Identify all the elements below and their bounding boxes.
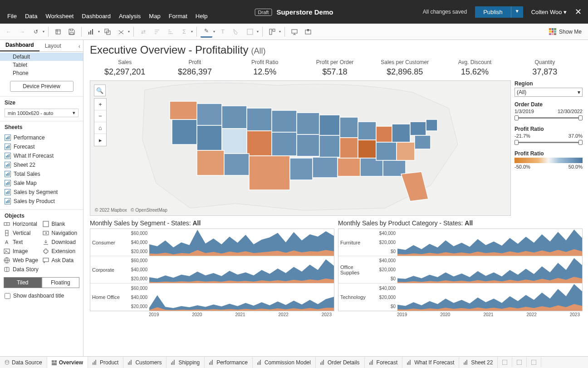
device-phone[interactable]: Phone <box>0 69 83 77</box>
save-button[interactable] <box>66 26 78 38</box>
object-text[interactable]: AText <box>4 239 41 245</box>
map-zoom-out[interactable]: − <box>94 110 106 122</box>
order-date-slider[interactable] <box>514 115 583 121</box>
show-title-label: Show dashboard title <box>13 293 64 299</box>
collapse-panel[interactable]: ‹ <box>76 41 83 51</box>
object-web-page[interactable]: Web Page <box>4 257 41 264</box>
undo-button[interactable]: ← <box>3 26 15 38</box>
map-pan[interactable]: ▸ <box>94 134 106 146</box>
new-worksheet-button[interactable] <box>85 26 97 38</box>
menu-file[interactable]: File <box>4 11 20 21</box>
tab-overview[interactable]: Overview <box>47 356 88 368</box>
kpi-card: Profit Ratio12.5% <box>230 59 300 77</box>
sheet-item[interactable]: Sales by Segment <box>0 188 83 197</box>
publish-dropdown[interactable]: ▼ <box>511 6 523 18</box>
clear-button[interactable] <box>115 26 127 38</box>
size-select[interactable]: min 1000x620 - auto▾ <box>5 109 78 117</box>
tab-product[interactable]: Product <box>88 357 123 368</box>
sheet-item[interactable]: Sales by Product <box>0 197 83 206</box>
sheet-item[interactable]: Forecast <box>0 142 83 151</box>
map-search-icon[interactable]: 🔍 <box>94 85 106 96</box>
show-me-button[interactable]: Show Me <box>549 28 585 35</box>
object-navigation[interactable]: Navigation <box>43 230 80 236</box>
sheet-item[interactable]: What If Forecast <box>0 151 83 160</box>
sheet-item[interactable]: Total Sales <box>0 169 83 179</box>
tiled-button[interactable]: Tiled <box>4 277 42 288</box>
side-panel: Dashboard Layout ‹ Default Tablet Phone … <box>0 40 83 356</box>
tab-performance[interactable]: Performance <box>205 357 253 368</box>
totals-button[interactable]: Σ <box>178 26 190 38</box>
sheet-item[interactable]: Sheet 22 <box>0 160 83 169</box>
presentation-button[interactable] <box>289 26 300 38</box>
new-worksheet-tab[interactable] <box>498 358 512 367</box>
show-title-checkbox[interactable] <box>5 293 10 299</box>
show-cards-button[interactable] <box>266 26 278 38</box>
svg-rect-70 <box>360 158 383 176</box>
device-default[interactable]: Default <box>0 53 83 61</box>
tab-data-source[interactable]: Data Source <box>0 357 47 368</box>
region-select[interactable]: (All)▾ <box>514 88 583 97</box>
label-button[interactable] <box>230 26 242 38</box>
svg-rect-23 <box>7 173 8 176</box>
menu-format[interactable]: Format <box>165 11 191 21</box>
sheet-item[interactable]: Performance <box>0 133 83 142</box>
menu-dashboard[interactable]: Dashboard <box>78 11 114 21</box>
svg-rect-76 <box>410 122 426 135</box>
sheet-icon <box>5 180 11 186</box>
fit-button[interactable] <box>244 26 256 38</box>
object-extension[interactable]: Extension <box>43 248 80 254</box>
sort-asc-button[interactable] <box>151 26 163 38</box>
highlight-button[interactable]: ✎ <box>201 26 212 38</box>
tab-shipping[interactable]: Shipping <box>167 357 205 368</box>
share-button[interactable] <box>302 26 314 38</box>
new-dashboard-tab[interactable] <box>512 358 527 367</box>
device-preview-button[interactable]: Device Preview <box>10 81 74 92</box>
svg-rect-115 <box>372 360 373 365</box>
tab-forecast[interactable]: Forecast <box>365 357 403 368</box>
tab-commission-model[interactable]: Commission Model <box>253 357 316 368</box>
svg-rect-59 <box>290 158 313 180</box>
publish-button[interactable]: Publish <box>475 6 511 18</box>
map-view[interactable]: 🔍 + − ⌂ ▸ <box>90 80 511 216</box>
object-blank[interactable]: Blank <box>43 221 80 227</box>
tab-what-if-forecast[interactable]: What If Forecast <box>402 357 459 368</box>
swap-button[interactable]: ⇄ <box>137 26 149 38</box>
tab-dashboard[interactable]: Dashboard <box>0 40 39 51</box>
object-vertical[interactable]: Vertical <box>4 230 41 236</box>
revert-button[interactable]: ↺ <box>30 26 42 38</box>
floating-button[interactable]: Floating <box>42 277 80 288</box>
redo-button[interactable]: → <box>16 26 28 38</box>
svg-rect-62 <box>319 115 340 135</box>
menu-analysis[interactable]: Analysis <box>115 11 144 21</box>
svg-rect-98 <box>128 363 129 365</box>
new-story-tab[interactable] <box>527 358 541 367</box>
sheet-item[interactable]: Sale Map <box>0 179 83 188</box>
object-data-story[interactable]: Data Story <box>4 266 41 273</box>
svg-rect-18 <box>9 154 10 158</box>
tab-order-details[interactable]: Order Details <box>316 357 365 368</box>
close-button[interactable]: ✕ <box>575 7 582 17</box>
object-download[interactable]: Download <box>43 239 80 245</box>
object-ask-data[interactable]: Ask Data <box>43 257 80 264</box>
menu-map[interactable]: Map <box>145 11 164 21</box>
text-button[interactable]: T <box>217 26 229 38</box>
menu-worksheet[interactable]: Worksheet <box>42 11 77 21</box>
tab-layout[interactable]: Layout <box>39 40 67 51</box>
svg-rect-109 <box>260 360 261 365</box>
device-tablet[interactable]: Tablet <box>0 61 83 69</box>
duplicate-button[interactable] <box>102 26 113 38</box>
menu-data[interactable]: Data <box>21 11 41 21</box>
color-legend <box>514 158 583 163</box>
new-data-source-button[interactable] <box>52 26 64 38</box>
object-image[interactable]: Image <box>4 248 41 254</box>
object-horizontal[interactable]: Horizontal <box>4 221 41 227</box>
user-menu[interactable]: Colten Woo ▾ <box>531 9 567 15</box>
tab-customers[interactable]: Customers <box>123 357 167 368</box>
menu-help[interactable]: Help <box>192 11 211 21</box>
map-zoom-in[interactable]: + <box>94 99 106 110</box>
tab-sheet-22[interactable]: Sheet 22 <box>459 357 498 368</box>
svg-rect-74 <box>392 124 410 142</box>
profit-ratio-slider[interactable] <box>514 139 583 146</box>
sort-desc-button[interactable] <box>165 26 176 38</box>
map-home[interactable]: ⌂ <box>94 122 106 134</box>
